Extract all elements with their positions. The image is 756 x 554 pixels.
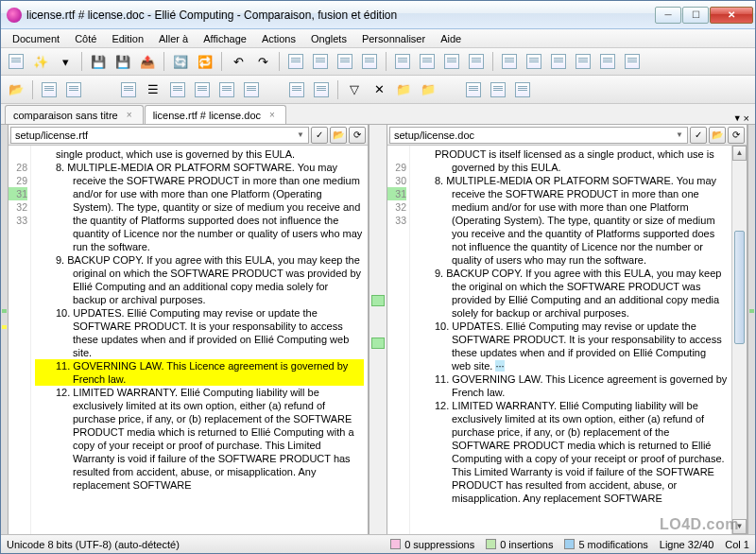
merge-both-icon[interactable]: [440, 50, 463, 73]
diff2-icon[interactable]: [62, 78, 85, 101]
text-line[interactable]: 11. GOVERNING LAW. This Licence agreemen…: [35, 359, 364, 386]
close-button[interactable]: ✕: [710, 7, 753, 24]
btn-new[interactable]: [5, 50, 27, 73]
reload-icon[interactable]: 🔁: [194, 50, 216, 73]
right-text[interactable]: 2930313233 PRODUCT is itself licensed as…: [387, 146, 747, 534]
diff6-icon[interactable]: [215, 78, 238, 101]
folder-open-icon[interactable]: 📂: [5, 78, 27, 101]
text-line[interactable]: 10. UPDATES. Ellié Computing may revise …: [35, 306, 364, 359]
right-path-input[interactable]: setup/license.doc▼: [389, 127, 688, 144]
minimize-button[interactable]: ─: [655, 7, 681, 24]
merge4-icon[interactable]: [465, 50, 488, 73]
save-all-icon[interactable]: 💾: [112, 50, 134, 73]
merge-left-icon[interactable]: [391, 50, 414, 73]
merge10-icon[interactable]: [621, 50, 644, 73]
view1-icon[interactable]: [462, 78, 485, 101]
insertions-color: [486, 539, 496, 549]
text-line[interactable]: 10. UPDATES. Ellié Computing may revise …: [414, 320, 728, 372]
open-icon[interactable]: 📂: [709, 127, 726, 144]
view2-icon[interactable]: [487, 78, 509, 101]
wand-icon[interactable]: ✨: [29, 50, 52, 73]
text-line[interactable]: 9. BACKUP COPY. If you agree with this E…: [35, 253, 364, 306]
tab-close-all-icon[interactable]: ×: [744, 113, 749, 124]
right-overview-gutter[interactable]: [747, 125, 755, 534]
text-line[interactable]: 12. LIMITED WARRANTY. Ellié Computing li…: [35, 386, 364, 492]
check-icon[interactable]: ✓: [690, 127, 707, 144]
center-diff-strip[interactable]: [369, 125, 387, 534]
left-text-body[interactable]: single product, which use is governed by…: [31, 146, 368, 534]
menu-affichage[interactable]: Affichage: [196, 31, 254, 46]
right-pane: setup/license.doc▼ ✓ 📂 ⟳ 2930313233 PROD…: [387, 125, 747, 534]
right-pane-header: setup/license.doc▼ ✓ 📂 ⟳: [387, 125, 747, 146]
diff1-icon[interactable]: [38, 78, 60, 101]
doc4-icon[interactable]: [358, 50, 381, 73]
dropdown-icon[interactable]: ▾: [54, 50, 77, 73]
merge-right-icon[interactable]: [416, 50, 438, 73]
menu-onglets[interactable]: Onglets: [303, 31, 354, 46]
link-icon[interactable]: ⟳: [728, 127, 745, 144]
link-icon[interactable]: ⟳: [349, 127, 366, 144]
diff9-icon[interactable]: [310, 78, 333, 101]
diff7-icon[interactable]: [240, 78, 263, 101]
doc2-icon[interactable]: [309, 50, 332, 73]
menu-aide[interactable]: Aide: [433, 31, 469, 46]
tab-menu-icon[interactable]: ▼: [733, 113, 742, 123]
menu-cote[interactable]: Côté: [67, 31, 104, 46]
scroll-thumb[interactable]: [734, 231, 745, 344]
menu-aller-a[interactable]: Aller à: [151, 31, 196, 46]
redo-icon[interactable]: ↷: [251, 50, 274, 73]
vertical-scrollbar[interactable]: ▲ ▼: [731, 146, 747, 534]
text-line[interactable]: 12. LIMITED WARRANTY. Ellié Computing li…: [414, 399, 728, 505]
check-icon[interactable]: ✓: [311, 127, 328, 144]
menu-edition[interactable]: Edition: [104, 31, 151, 46]
doc3-icon[interactable]: [334, 50, 356, 73]
diff5-icon[interactable]: [191, 78, 214, 101]
doc1-icon[interactable]: [284, 50, 307, 73]
save-icon[interactable]: 💾: [87, 50, 110, 73]
scroll-up-icon[interactable]: ▲: [732, 146, 747, 161]
text-line[interactable]: single product, which use is governed by…: [35, 147, 364, 161]
diff8-icon[interactable]: [285, 78, 308, 101]
open-icon[interactable]: 📂: [330, 127, 347, 144]
merge8-icon[interactable]: [572, 50, 594, 73]
diff3-icon[interactable]: [117, 78, 140, 101]
tab-close-icon[interactable]: ×: [266, 110, 278, 121]
refresh-icon[interactable]: 🔄: [169, 50, 192, 73]
right-text-body[interactable]: PRODUCT is itself licensed as a single p…: [410, 146, 731, 534]
left-text[interactable]: 2829313233 single product, which use is …: [9, 146, 368, 534]
filter-icon[interactable]: ▽: [343, 78, 366, 101]
folder-new-icon[interactable]: 📁: [417, 78, 439, 101]
tab-close-icon[interactable]: ×: [124, 110, 135, 121]
export-icon[interactable]: 📤: [136, 50, 159, 73]
folder-icon[interactable]: 📁: [392, 78, 415, 101]
maximize-button[interactable]: ☐: [682, 7, 709, 24]
text-line[interactable]: 9. BACKUP COPY. If you agree with this E…: [414, 267, 728, 320]
list-icon[interactable]: ☰: [142, 78, 164, 101]
merge7-icon[interactable]: [547, 50, 570, 73]
scroll-down-icon[interactable]: ▼: [732, 519, 747, 534]
undo-icon[interactable]: ↶: [227, 50, 249, 73]
text-line[interactable]: PRODUCT is itself licensed as a single p…: [414, 147, 728, 174]
text-line[interactable]: 8. MULTIPLE-MEDIA OR PLATFORM SOFTWARE. …: [414, 174, 728, 267]
merge9-icon[interactable]: [596, 50, 619, 73]
left-path-input[interactable]: setup/license.rtf▼: [10, 127, 309, 144]
tab-license[interactable]: license.rtf # license.doc ×: [145, 105, 286, 124]
menu-personnaliser[interactable]: Personnaliser: [354, 31, 433, 46]
titlebar[interactable]: license.rtf # license.doc - Ellié Comput…: [1, 1, 755, 29]
menu-document[interactable]: Document: [5, 31, 67, 46]
menu-actions[interactable]: Actions: [254, 31, 303, 46]
merge5-icon[interactable]: [498, 50, 521, 73]
modifications-color: [564, 539, 575, 549]
merge6-icon[interactable]: [523, 50, 545, 73]
tab-label: comparaison sans titre: [13, 110, 118, 121]
tab-untitled[interactable]: comparaison sans titre ×: [5, 105, 144, 124]
window-title: license.rtf # license.doc - Ellié Comput…: [26, 9, 655, 22]
left-overview-gutter[interactable]: [1, 125, 9, 534]
diff4-icon[interactable]: [166, 78, 189, 101]
text-line[interactable]: 11. GOVERNING LAW. This Licence agreemen…: [414, 372, 728, 399]
left-pane: setup/license.rtf▼ ✓ 📂 ⟳ 2829313233 sing…: [9, 125, 369, 534]
text-line[interactable]: 8. MULTIPLE-MEDIA OR PLATFORM SOFTWARE. …: [35, 161, 364, 253]
clear-filter-icon[interactable]: ✕: [368, 78, 390, 101]
statusbar: Unicode 8 bits (UTF-8) (auto-détecté) 0 …: [1, 534, 755, 553]
view3-icon[interactable]: [511, 78, 534, 101]
